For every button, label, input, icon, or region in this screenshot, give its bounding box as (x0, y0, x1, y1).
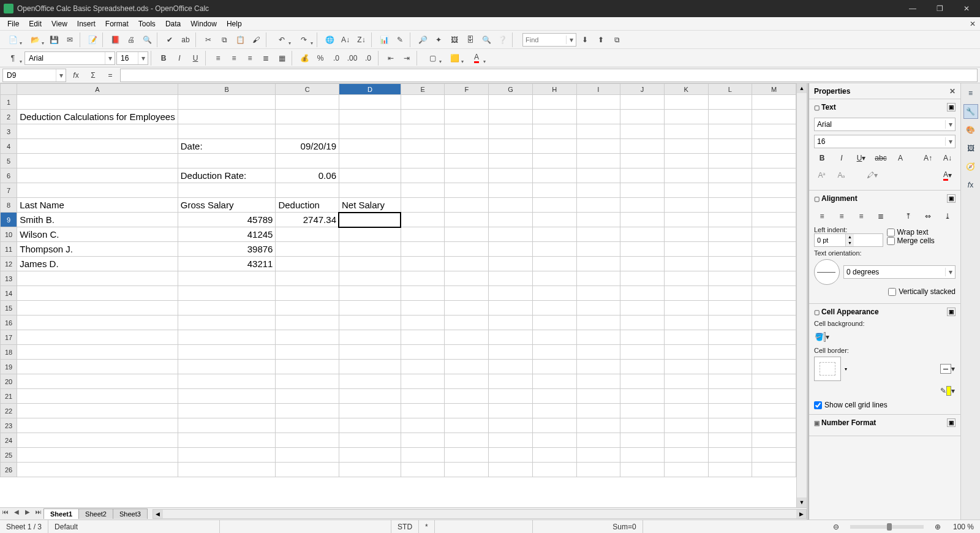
cell-B15[interactable] (178, 301, 276, 316)
cell-reference-dropdown[interactable]: ▾ (56, 69, 66, 81)
cell-L13[interactable] (708, 271, 752, 286)
cell-K16[interactable] (664, 316, 708, 330)
cell-B24[interactable] (178, 433, 276, 448)
row-header-4[interactable]: 4 (1, 139, 17, 154)
cell-C9[interactable]: 2747.34 (276, 213, 339, 227)
cell-A14[interactable] (17, 286, 178, 301)
cell-A24[interactable] (17, 433, 178, 448)
cell-E16[interactable] (401, 316, 445, 330)
cell-M17[interactable] (752, 330, 796, 345)
cell-A1[interactable] (17, 95, 178, 110)
cell-C16[interactable] (276, 316, 339, 330)
font-name-dropdown[interactable]: ▾ (105, 52, 115, 64)
align-left-button[interactable]: ≡ (211, 51, 225, 66)
row-header-18[interactable]: 18 (1, 345, 17, 360)
zoom-out-button[interactable]: ⊖ (827, 520, 845, 533)
cell-A11[interactable]: Thompson J. (17, 242, 178, 257)
cell-C17[interactable] (276, 330, 339, 345)
cell-B23[interactable] (178, 418, 276, 433)
column-header-K[interactable]: K (664, 84, 708, 95)
row-header-14[interactable]: 14 (1, 286, 17, 301)
cell-C26[interactable] (276, 463, 339, 477)
cell-E5[interactable] (401, 154, 445, 168)
sidebar-gallery-button[interactable]: 🖼 (963, 141, 978, 156)
row-header-8[interactable]: 8 (1, 198, 17, 213)
cell-G16[interactable] (489, 316, 533, 330)
vertical-scrollbar[interactable]: ▲ ▼ (796, 83, 807, 507)
cell-F20[interactable] (445, 374, 489, 389)
cell-H8[interactable] (532, 198, 576, 213)
properties-shrink-font-button[interactable]: A↓ (940, 151, 956, 165)
vertically-stacked-checkbox[interactable]: Vertically stacked (888, 287, 956, 296)
cell-A13[interactable] (17, 271, 178, 286)
cell-D9[interactable] (339, 213, 401, 227)
cell-L7[interactable] (708, 183, 752, 198)
cell-G20[interactable] (489, 374, 533, 389)
cell-I21[interactable] (576, 389, 620, 404)
cell-H23[interactable] (532, 418, 576, 433)
function-wizard-button[interactable]: fx (69, 68, 83, 83)
cell-F23[interactable] (445, 418, 489, 433)
align-middle-button[interactable]: ⇔ (920, 209, 936, 224)
wrap-text-checkbox[interactable]: Wrap text (887, 228, 956, 236)
cell-H26[interactable] (532, 463, 576, 477)
cell-L24[interactable] (708, 433, 752, 448)
currency-button[interactable]: 💰 (297, 51, 312, 66)
font-size-dropdown[interactable]: ▾ (138, 52, 148, 64)
align-right-button[interactable]: ≡ (853, 209, 869, 224)
sidebar-functions-button[interactable]: fx (963, 178, 978, 192)
menu-view[interactable]: View (47, 18, 72, 29)
cell-L8[interactable] (708, 198, 752, 213)
cell-A18[interactable] (17, 345, 178, 360)
row-header-24[interactable]: 24 (1, 433, 17, 448)
cell-J25[interactable] (620, 448, 665, 463)
cell-J3[interactable] (620, 124, 665, 139)
cell-E12[interactable] (401, 257, 445, 271)
cell-I25[interactable] (576, 448, 620, 463)
cell-B19[interactable] (178, 360, 276, 374)
cell-M18[interactable] (752, 345, 796, 360)
cell-K14[interactable] (664, 286, 708, 301)
cell-H12[interactable] (532, 257, 576, 271)
cell-E25[interactable] (401, 448, 445, 463)
cell-G11[interactable] (489, 242, 533, 257)
cell-H10[interactable] (532, 227, 576, 242)
menu-tools[interactable]: Tools (134, 18, 160, 29)
cell-A15[interactable] (17, 301, 178, 316)
remove-decimal-button[interactable]: .0 (361, 51, 375, 66)
cell-I24[interactable] (576, 433, 620, 448)
cell-G14[interactable] (489, 286, 533, 301)
properties-highlight-button[interactable]: 🖍▾ (864, 168, 880, 183)
cell-M22[interactable] (752, 404, 796, 418)
cut-button[interactable]: ✂ (201, 32, 216, 47)
cell-D14[interactable] (339, 286, 401, 301)
number-more-button[interactable]: ▣ (947, 418, 956, 427)
find-replace-button[interactable]: 🔎 (415, 32, 430, 47)
cell-I23[interactable] (576, 418, 620, 433)
cell-G17[interactable] (489, 330, 533, 345)
column-header-M[interactable]: M (752, 84, 796, 95)
align-justify-button[interactable]: ≣ (873, 209, 889, 224)
cell-F2[interactable] (445, 110, 489, 124)
row-header-26[interactable]: 26 (1, 463, 17, 477)
edit-file-button[interactable]: 📝 (85, 32, 100, 47)
cell-J8[interactable] (620, 198, 665, 213)
cell-I14[interactable] (576, 286, 620, 301)
cell-L17[interactable] (708, 330, 752, 345)
font-color-button[interactable]: A (466, 51, 487, 66)
cell-F19[interactable] (445, 360, 489, 374)
column-header-C[interactable]: C (276, 84, 339, 95)
cell-I1[interactable] (576, 95, 620, 110)
cell-B12[interactable]: 43211 (178, 257, 276, 271)
cell-B2[interactable] (178, 110, 276, 124)
cell-E9[interactable] (401, 213, 445, 227)
sort-desc-button[interactable]: Z↓ (354, 32, 369, 47)
cell-I18[interactable] (576, 345, 620, 360)
increase-indent-button[interactable]: ⇥ (399, 51, 414, 66)
cell-A4[interactable] (17, 139, 178, 154)
copy-button[interactable]: ⧉ (217, 32, 232, 47)
cell-A5[interactable] (17, 154, 178, 168)
cell-D7[interactable] (339, 183, 401, 198)
find-dropdown[interactable]: ▾ (566, 36, 576, 44)
cell-B22[interactable] (178, 404, 276, 418)
